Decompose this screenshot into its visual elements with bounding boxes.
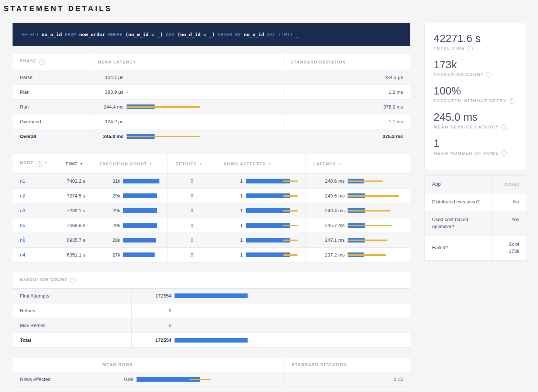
- latency-value: 245.7 ms: [313, 223, 345, 228]
- stat-execution-count: 173k EXECUTION COUNTi: [434, 59, 518, 78]
- latency-cell: 240.6 ms: [306, 174, 411, 189]
- node-link[interactable]: n1: [20, 178, 25, 184]
- table-header-row: MEAN ROWS STANDARD DEVIATION: [13, 358, 410, 372]
- retries-cell: 0: [168, 189, 216, 203]
- latency-header-label: LATENCY: [313, 162, 336, 166]
- stddev-value: 1.1 ms: [283, 114, 410, 129]
- latency-bar: [127, 75, 200, 80]
- info-icon[interactable]: i: [486, 72, 492, 78]
- execution-count-bar: [123, 179, 160, 183]
- page-title: STATEMENT DETAILS: [4, 4, 534, 13]
- mean-latency-cell: 124.2 µs: [90, 114, 283, 129]
- count-value: 172554: [139, 293, 172, 299]
- latency-bar: [348, 193, 403, 198]
- info-icon[interactable]: i: [70, 278, 76, 283]
- row-label: First Attempts: [13, 289, 131, 303]
- stat-value: 1: [434, 138, 518, 149]
- rows-affected-bar: [246, 252, 298, 257]
- info-icon[interactable]: i: [509, 98, 514, 104]
- node-link[interactable]: n3: [20, 208, 25, 213]
- sql-identifier: (no_d_id = _): [175, 32, 218, 37]
- retries-header-label: RETRIES: [175, 162, 197, 166]
- mean-latency-cell: 244.4 ms: [90, 100, 283, 114]
- retries-cell: 0: [168, 218, 216, 233]
- rows-affected-table: MEAN ROWS STANDARD DEVIATION Rows Affect…: [13, 358, 410, 387]
- count-bar: [175, 308, 248, 313]
- node-cell: n6: [13, 233, 58, 248]
- table-row: First Attempts 172554: [13, 289, 410, 303]
- retries-cell: 0: [168, 203, 216, 218]
- rows-affected-cell: 1: [216, 233, 306, 248]
- stddev-value: 375.2 ms: [283, 100, 410, 114]
- info-icon[interactable]: i: [501, 150, 507, 156]
- rows-affected-bar: [246, 223, 298, 228]
- table-row-overall: Overall 245.0 ms 375.3 ms: [13, 129, 410, 144]
- node-cell: n4: [13, 248, 58, 262]
- info-icon[interactable]: i: [39, 59, 45, 65]
- node-link[interactable]: n4: [20, 252, 25, 258]
- stat-mean-service-latency: 245.0 ms MEAN SERVICE LATENCYi: [434, 111, 518, 130]
- count-value: 0: [139, 323, 172, 328]
- table-row: Failed? 3k of 173k: [425, 235, 527, 260]
- latency-cell: 249.6 ms: [306, 189, 411, 203]
- mean-latency-cell: 104.1 µs: [90, 70, 283, 85]
- table-header-row: NODEi▼ TIME▼ EXECUTION COUNT▼ RETRIES▼ R: [13, 154, 410, 174]
- stat-label: TOTAL TIME: [434, 46, 465, 51]
- sort-arrow-icon: ▼: [80, 162, 83, 166]
- latency-value: 240.6 ms: [313, 178, 345, 184]
- info-icon[interactable]: i: [501, 124, 507, 130]
- info-icon[interactable]: i: [37, 161, 42, 167]
- retries-cell: 0: [168, 174, 216, 189]
- count-cell: 172554: [131, 289, 410, 303]
- latency-column-header[interactable]: LATENCY▼: [306, 154, 411, 174]
- latency-value: 237.2 ms: [313, 252, 345, 258]
- stat-label: MEAN SERVICE LATENCY: [434, 125, 499, 129]
- execution-count-value: 29k: [100, 208, 120, 213]
- execution-count-cell: 31k: [92, 174, 168, 189]
- retries-cell: 0: [168, 248, 216, 262]
- app-info-table: App (unset) Distributed execution? No Us…: [424, 175, 527, 260]
- mean-rows-cell: 0.98: [95, 372, 284, 387]
- rows-affected-value: 1: [224, 178, 243, 184]
- execution-count-value: 27k: [100, 252, 120, 258]
- node-column-header[interactable]: NODEi▼: [13, 154, 58, 174]
- execution-count-bar: [123, 252, 160, 257]
- sql-identifier: (no_w_id = _): [123, 32, 166, 37]
- rows-affected-cell: 1: [216, 218, 306, 233]
- table-row: App (unset): [425, 176, 527, 193]
- node-link[interactable]: n5: [20, 223, 25, 228]
- row-label: Used cost-based optimizer?: [425, 211, 492, 236]
- time-cell: 7402.2 s: [58, 174, 92, 189]
- table-header-row: PHASEi MEAN LATENCY STANDARD DEVIATION: [13, 54, 410, 70]
- app-value: (unset): [492, 176, 527, 193]
- execution-count-value: 31k: [100, 178, 120, 184]
- stat-value: 173k: [434, 59, 518, 71]
- row-label: Distributed execution?: [425, 193, 492, 211]
- sql-identifier: _: [293, 32, 299, 37]
- retries-column-header[interactable]: RETRIES▼: [168, 154, 216, 174]
- execution-count-column-header[interactable]: EXECUTION COUNT▼: [92, 154, 168, 174]
- execution-count-cell: 29k: [92, 203, 168, 218]
- time-cell: 6935.7 s: [58, 233, 92, 248]
- phase-column-header: PHASEi: [13, 54, 90, 70]
- table-row: Run 244.4 ms 375.2 ms: [13, 100, 410, 114]
- mean-latency-value: 124.2 µs: [98, 119, 124, 124]
- latency-bar: [127, 104, 200, 109]
- node-cell: n3: [13, 203, 58, 218]
- rows-affected-column-header[interactable]: ROWS AFFECTED▼: [216, 154, 306, 174]
- row-label: Total: [13, 333, 131, 348]
- node-stats-table: NODEi▼ TIME▼ EXECUTION COUNT▼ RETRIES▼ R: [13, 154, 410, 262]
- mean-rows-value: 0.98: [103, 376, 134, 382]
- time-column-header[interactable]: TIME▼: [58, 154, 92, 174]
- count-bar: [175, 338, 248, 343]
- mean-latency-value: 383.9 µs: [98, 89, 124, 95]
- latency-value: 249.4 ms: [313, 208, 345, 213]
- node-link[interactable]: n2: [20, 193, 25, 199]
- info-icon[interactable]: i: [467, 46, 473, 51]
- row-label: Rows Affected: [13, 372, 95, 387]
- table-row: Distributed execution? No: [425, 193, 527, 211]
- summary-stats-card: 42271.6 s TOTAL TIMEi 173k EXECUTION COU…: [424, 23, 527, 170]
- sort-arrow-icon: ▼: [268, 162, 272, 166]
- node-link[interactable]: n6: [20, 237, 25, 243]
- node-cell: n2: [13, 189, 58, 203]
